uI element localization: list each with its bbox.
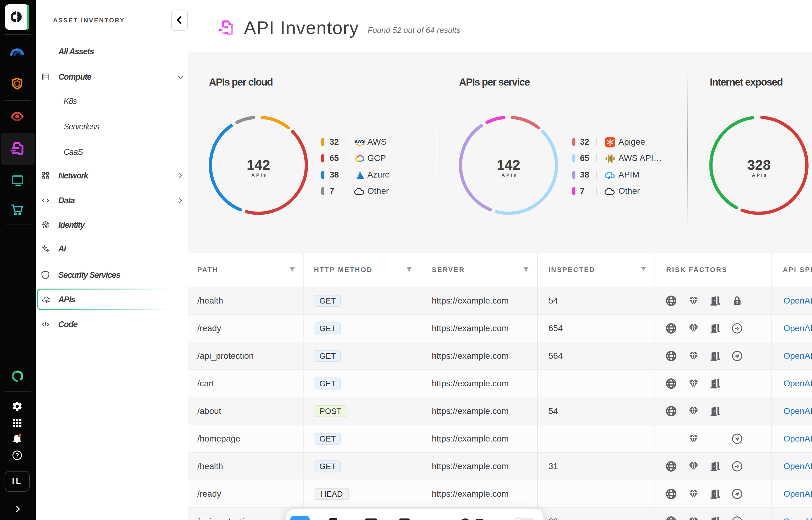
svg-text:?: ? — [15, 452, 19, 459]
